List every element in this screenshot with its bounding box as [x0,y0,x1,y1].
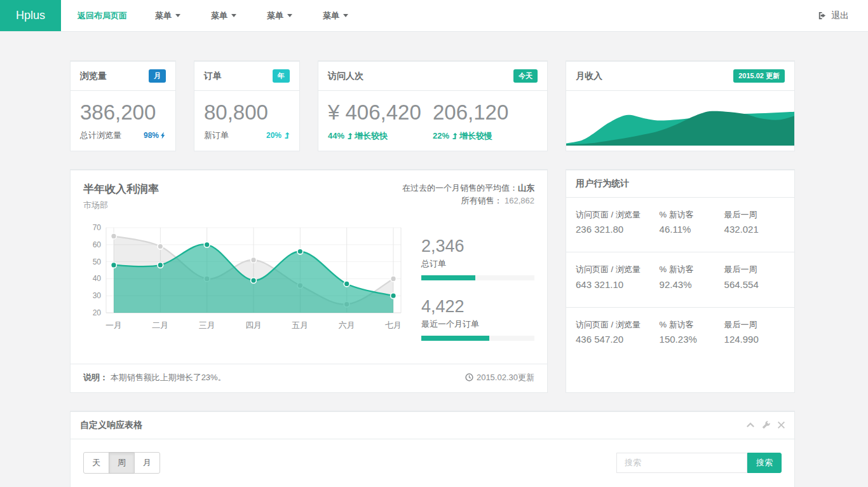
menu-dropdown-1[interactable]: 菜单 [140,0,196,31]
chart-title: 半年收入利润率 [83,182,159,196]
wrench-icon[interactable] [762,421,770,429]
level-up-icon [451,133,458,139]
total-orders-label: 总订单 [421,258,534,270]
range-button-week[interactable]: 周 [109,452,135,474]
brand-logo[interactable]: Hplus [0,0,61,31]
user-stats-row: 访问页面 / 浏览量 236 321.80 % 新访客 46.11% 最后一周 … [566,198,794,253]
svg-text:三月: 三月 [199,320,215,330]
stat-cards-row: 浏览量 月 386,200 总计浏览量 98% 订单 年 80, [70,60,795,151]
card-title: 自定义响应表格 [80,420,142,431]
svg-text:50: 50 [93,257,102,266]
card-tools [747,421,785,429]
updated-badge: 2015.02 更新 [733,69,785,83]
month-orders-progress [421,336,534,341]
stat-value: 386,200 [80,100,166,125]
stat-value: 206,120 [433,100,538,125]
navbar: Hplus 返回布局页面 菜单 菜单 菜单 菜单 退出 [0,0,868,32]
nav-links: 返回布局页面 菜单 菜单 菜单 菜单 [61,0,363,31]
svg-text:70: 70 [93,223,102,232]
range-button-day[interactable]: 天 [83,452,109,474]
svg-text:20: 20 [93,308,102,317]
logout-button[interactable]: 退出 [817,0,868,31]
caret-down-icon [231,14,236,17]
svg-text:40: 40 [93,274,102,283]
range-button-group: 天 周 月 [83,452,160,474]
card-half-year-revenue: 半年收入利润率 市场部 在过去的一个月销售的平均值：山东 所有销售： 162,8… [70,169,548,393]
svg-text:六月: 六月 [339,320,355,330]
caret-down-icon [175,14,180,17]
card-user-behavior-stats: 用户行为统计 访问页面 / 浏览量 236 321.80 % 新访客 46.11… [566,169,795,393]
sign-out-icon [817,11,827,20]
svg-text:五月: 五月 [292,320,308,330]
caret-down-icon [287,14,292,17]
range-button-month[interactable]: 月 [134,452,160,474]
total-orders-value: 2,346 [421,237,534,256]
trend-indicator: 22% 增长较慢 [433,130,492,142]
trend-indicator: 98% [144,131,166,140]
stat-label: 总计浏览量 [80,130,121,141]
card-title: 浏览量 [80,71,107,82]
user-stats-row: 访问页面 / 浏览量 643 321.10 % 新访客 92.43% 最后一周 … [566,252,794,308]
card-title: 访问人次 [328,71,363,82]
card-responsive-table: 自定义响应表格 天 周 [70,411,795,487]
svg-text:七月: 七月 [385,320,402,330]
level-up-icon [283,132,290,139]
updated-timestamp: 2015.02.30更新 [465,372,534,383]
monthly-income-area-chart [566,91,794,146]
card-title: 订单 [204,71,222,82]
half-year-revenue-chart: 203040506070一月二月三月四月五月六月七月 [83,220,407,333]
card-visits: 访问人次 今天 ¥ 406,420 44% 增长较快 206,120 22% [318,60,548,151]
svg-text:二月: 二月 [152,320,168,330]
menu-dropdown-2[interactable]: 菜单 [196,0,252,31]
month-orders-value: 4,422 [421,297,534,317]
level-up-icon [346,133,353,139]
chart-subtitle: 市场部 [83,200,159,211]
order-stats: 2,346 总订单 4,422 最近一个月订单 [421,220,534,357]
trend-indicator: 20% [266,131,290,140]
card-page-views: 浏览量 月 386,200 总计浏览量 98% [70,60,176,151]
chart-footer: 说明： 本期销售额比上期增长了23%。 2015.02.30更新 [71,364,547,392]
back-to-layout-link[interactable]: 返回布局页面 [61,0,140,31]
table-row-section: 自定义响应表格 天 周 [70,411,795,487]
search-button[interactable]: 搜索 [747,453,782,473]
card-title: 用户行为统计 [576,178,629,189]
card-monthly-income: 月收入 2015.02 更新 [566,60,795,151]
caret-down-icon [343,14,348,17]
trend-indicator: 44% 增长较快 [328,130,388,142]
svg-text:30: 30 [93,291,102,300]
svg-text:四月: 四月 [245,320,262,330]
card-title: 月收入 [576,71,602,82]
sales-summary: 在过去的一个月销售的平均值：山东 所有销售： 162,862 [402,182,534,211]
period-badge: 年 [273,69,290,83]
total-orders-progress [421,275,534,280]
visits-primary: ¥ 406,420 44% 增长较快 [328,100,433,142]
visits-secondary: 206,120 22% 增长较慢 [433,100,538,142]
period-badge: 月 [149,69,166,83]
clock-icon [465,373,473,381]
summary-value: 山东 [518,183,534,193]
bolt-icon [161,132,166,139]
search-input[interactable] [616,453,747,473]
middle-row: 半年收入利润率 市场部 在过去的一个月销售的平均值：山东 所有销售： 162,8… [70,169,795,393]
month-orders-label: 最近一个月订单 [421,319,534,330]
menu-dropdown-4[interactable]: 菜单 [308,0,363,31]
svg-text:一月: 一月 [105,320,122,330]
search-group: 搜索 [616,453,782,473]
total-sales-value: 162,862 [505,196,534,205]
stat-value: 80,800 [204,100,290,125]
collapse-icon[interactable] [747,422,754,428]
card-orders: 订单 年 80,800 新订单 20% [194,60,300,151]
user-stats-row: 访问页面 / 浏览量 436 547.20 % 新访客 150.23% 最后一周… [566,308,794,362]
period-badge: 今天 [513,69,538,83]
stat-label: 新订单 [204,130,229,141]
stat-value: ¥ 406,420 [328,100,433,125]
svg-text:60: 60 [93,240,102,249]
close-icon[interactable] [778,422,785,429]
menu-dropdown-3[interactable]: 菜单 [252,0,308,31]
page-content: 浏览量 月 386,200 总计浏览量 98% 订单 年 80, [0,32,868,487]
